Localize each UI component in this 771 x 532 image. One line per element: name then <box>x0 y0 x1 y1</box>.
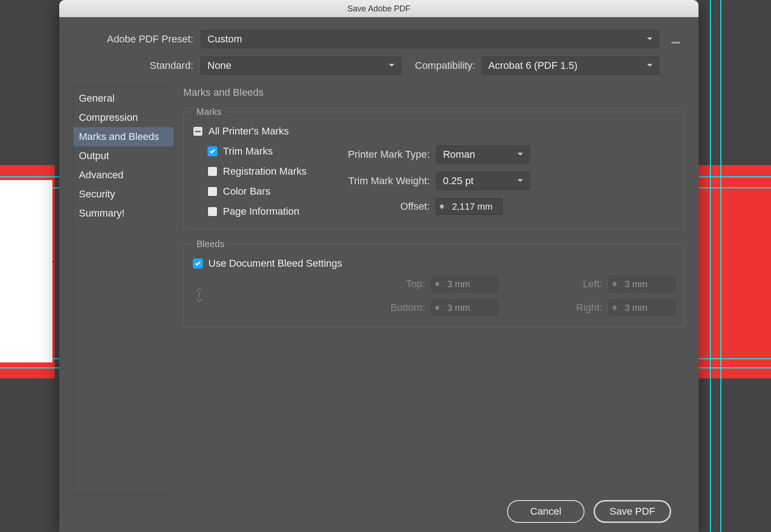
offset-input[interactable]: 2,117 mm <box>436 198 502 215</box>
compatibility-value: Acrobat 6 (PDF 1.5) <box>488 60 578 72</box>
chevron-down-icon <box>388 60 395 72</box>
sidebar-item-marks-and-bleeds[interactable]: Marks and Bleeds <box>73 127 174 146</box>
bleeds-group: Bleeds Use Document Bleed Settings Top: … <box>183 239 685 327</box>
bleed-bottom-input: 3 mm <box>431 300 498 316</box>
chevron-down-icon <box>646 33 653 45</box>
color-bars-checkbox[interactable] <box>207 186 217 196</box>
dialog-titlebar: Save Adobe PDF <box>59 0 699 17</box>
save-pdf-dialog: Save Adobe PDF Adobe PDF Preset: Custom … <box>59 0 699 532</box>
chevron-down-icon <box>517 175 524 187</box>
bleed-left-input: 3 mm <box>609 276 675 292</box>
sidebar-item-compression[interactable]: Compression <box>73 108 174 127</box>
preset-select[interactable]: Custom <box>201 30 659 48</box>
compatibility-select[interactable]: Acrobat 6 (PDF 1.5) <box>481 57 659 75</box>
dialog-title: Save Adobe PDF <box>347 4 410 13</box>
sidebar-item-advanced[interactable]: Advanced <box>73 165 174 185</box>
save-preset-icon[interactable] <box>667 30 685 48</box>
preset-value: Custom <box>207 33 242 45</box>
color-bars-label: Color Bars <box>223 186 270 197</box>
stepper-icon <box>432 281 443 287</box>
use-document-bleed-label: Use Document Bleed Settings <box>208 258 342 269</box>
compatibility-label: Compatibility: <box>415 60 481 72</box>
standard-select[interactable]: None <box>201 57 401 75</box>
offset-label: Offset: <box>325 201 429 212</box>
bleed-top-label: Top: <box>370 278 425 290</box>
panel-title: Marks and Bleeds <box>183 87 685 98</box>
page-information-checkbox[interactable] <box>207 207 217 217</box>
chevron-down-icon <box>517 149 524 160</box>
stepper-icon <box>609 305 620 310</box>
trim-mark-weight-select[interactable]: 0.25 pt <box>436 172 530 190</box>
all-printers-marks-label: All Printer's Marks <box>208 125 289 137</box>
sidebar-item-security[interactable]: Security <box>73 185 174 204</box>
all-printers-marks-checkbox[interactable] <box>193 126 203 136</box>
sidebar-item-general[interactable]: General <box>73 89 174 108</box>
guide-line <box>710 0 711 532</box>
chevron-down-icon <box>646 60 653 72</box>
trim-marks-label: Trim Marks <box>223 145 273 157</box>
printer-mark-type-label: Printer Mark Type: <box>325 149 429 160</box>
bleeds-legend: Bleeds <box>193 239 228 249</box>
bleed-left-label: Left: <box>548 278 602 290</box>
cancel-button[interactable]: Cancel <box>507 500 585 523</box>
sidebar-item-output[interactable]: Output <box>73 146 174 165</box>
offset-stepper[interactable] <box>436 204 447 209</box>
printer-mark-type-select[interactable]: Roman <box>436 145 530 164</box>
registration-marks-checkbox[interactable] <box>207 166 217 176</box>
link-bleeds-icon <box>193 288 357 304</box>
sidebar-item-summary[interactable]: Summary! <box>73 204 174 223</box>
marks-group: Marks All Printer's Marks Trim Marks <box>183 107 685 229</box>
save-pdf-button[interactable]: Save PDF <box>594 500 671 523</box>
standard-value: None <box>207 60 232 72</box>
standard-label: Standard: <box>73 60 201 72</box>
stepper-icon <box>432 305 443 310</box>
category-sidebar: General Compression Marks and Bleeds Out… <box>73 87 174 496</box>
bleed-top-input: 3 mm <box>431 276 498 292</box>
trim-marks-checkbox[interactable] <box>207 146 217 156</box>
bleed-bottom-label: Bottom: <box>370 302 425 314</box>
bleed-right-label: Right: <box>548 302 602 314</box>
use-document-bleed-checkbox[interactable] <box>193 258 203 269</box>
preset-label: Adobe PDF Preset: <box>73 33 201 45</box>
bg-card-left <box>0 180 52 362</box>
bg-bleed-right <box>698 165 771 378</box>
trim-mark-weight-label: Trim Mark Weight: <box>325 175 429 187</box>
page-information-label: Page Information <box>223 206 300 217</box>
marks-legend: Marks <box>193 107 225 117</box>
stepper-icon <box>609 281 620 287</box>
registration-marks-label: Registration Marks <box>223 165 306 177</box>
guide-line <box>720 0 721 532</box>
bleed-right-input: 3 mm <box>609 300 675 316</box>
